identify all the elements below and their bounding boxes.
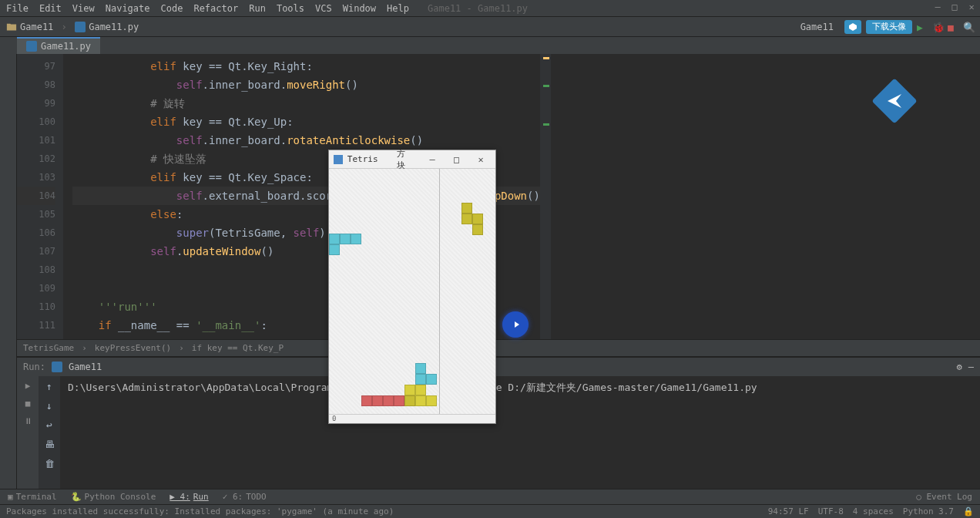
wrap-icon[interactable]: ↩ (46, 419, 52, 431)
stop-icon[interactable]: ■ (948, 22, 958, 32)
gear-icon[interactable]: ⚙ (957, 362, 962, 372)
run-icon[interactable]: ▶ (917, 22, 928, 32)
run-tool-window: Run: Game11 ⚙ — ▶ ■ ⏸ ↑ ↓ (17, 356, 980, 489)
rerun-icon[interactable]: ▶ (25, 381, 31, 391)
python-file-icon (75, 22, 86, 32)
editor-right-markers[interactable] (540, 54, 551, 339)
editor-tab-label: Game11.py (41, 41, 91, 52)
svg-rect-0 (75, 22, 86, 32)
breadcrumb-method[interactable]: keyPressEvent() (95, 343, 171, 353)
project-title: Game11 - Game11.py (428, 3, 528, 14)
app-icon (334, 155, 343, 164)
menu-window[interactable]: Window (343, 3, 376, 14)
python-console-tool[interactable]: 🐍 Python Console (71, 492, 156, 502)
breadcrumb-class[interactable]: TetrisGame (23, 343, 74, 353)
caret-position[interactable]: 94:57 LF (768, 506, 809, 516)
close-icon[interactable]: ✕ (966, 2, 977, 12)
terminal-tool[interactable]: ▣ Terminal (8, 492, 57, 502)
minimize-icon[interactable]: — (932, 2, 943, 12)
encoding-selector[interactable]: UTF-8 (818, 506, 844, 516)
tetris-play-board[interactable] (329, 169, 440, 414)
minimize-icon[interactable]: — (422, 154, 442, 165)
run-label: Run: (23, 362, 45, 372)
todo-tool[interactable]: ✓ 6: TODO (223, 492, 267, 502)
menu-vcs[interactable]: VCS (315, 3, 332, 14)
debug-icon[interactable]: 🐞 (932, 22, 943, 32)
tetris-status-bar: 0 (329, 414, 495, 423)
svg-rect-1 (26, 41, 37, 52)
run-output[interactable]: D:\Users\Administrator\AppData\Local\Pro… (60, 376, 980, 489)
toolbox-icon[interactable] (844, 20, 861, 34)
tetris-body (329, 169, 495, 414)
python-file-icon (52, 362, 62, 372)
print-icon[interactable]: 🖶 (45, 439, 55, 450)
up-icon[interactable]: ↑ (46, 381, 52, 392)
breadcrumb-file-label: Game11.py (89, 22, 139, 32)
menu-code[interactable]: Code (161, 3, 183, 14)
run-config-selector[interactable]: Game11 (794, 20, 840, 34)
tetris-titlebar[interactable]: Tetris 方块 — □ ✕ (329, 150, 495, 169)
lock-icon[interactable]: 🔒 (963, 506, 974, 516)
run-tab-name[interactable]: Game11 (69, 362, 102, 372)
code-breadcrumb: TetrisGame › keyPressEvent() › if key ==… (17, 339, 980, 356)
breadcrumb-file[interactable]: Game11.py (75, 22, 139, 32)
tetris-next-panel (440, 169, 495, 414)
line-number-gutter: 9798991001011021031041051061071081091101… (17, 54, 63, 339)
run-tool[interactable]: ▶ 4: Run (169, 492, 208, 502)
window-controls: — □ ✕ (932, 2, 977, 12)
toolbar-right: Game11 下载头像 ▶ 🐞 ■ 🔍 (794, 20, 974, 34)
stop-run-icon[interactable]: ■ (25, 399, 31, 409)
breadcrumb-project[interactable]: Game11 (6, 22, 53, 32)
breadcrumb-block[interactable]: if key == Qt.Key_P (192, 343, 284, 353)
menu-file[interactable]: File (6, 3, 29, 14)
status-bar: Packages installed successfully: Install… (0, 504, 980, 518)
interpreter-selector[interactable]: Python 3.7 (903, 506, 954, 516)
folder-icon (6, 22, 17, 32)
menu-help[interactable]: Help (387, 3, 409, 14)
toolbar: Game11 › Game11.py Game11 下载头像 ▶ 🐞 ■ 🔍 (0, 17, 980, 37)
editor-tab-game11[interactable]: Game11.py (17, 37, 100, 54)
tetris-title-right: 方块 (397, 148, 414, 171)
down-icon[interactable]: ↓ (46, 400, 52, 412)
menu-edit[interactable]: Edit (39, 3, 62, 14)
minimize-panel-icon[interactable]: — (968, 362, 974, 372)
run-header: Run: Game11 ⚙ — (17, 358, 980, 376)
python-file-icon (26, 41, 37, 52)
left-tool-stripe[interactable] (0, 54, 17, 489)
download-avatar-button[interactable]: 下载头像 (866, 20, 912, 34)
bottom-tool-strip: ▣ Terminal 🐍 Python Console ▶ 4: Run ✓ 6… (0, 489, 980, 504)
menu-run[interactable]: Run (249, 3, 266, 14)
code-editor[interactable]: 9798991001011021031041051061071081091101… (17, 54, 980, 339)
indent-selector[interactable]: 4 spaces (853, 506, 894, 516)
menu-refactor[interactable]: Refactor (193, 3, 238, 14)
cursor-indicator (502, 311, 529, 338)
tetris-game-window[interactable]: Tetris 方块 — □ ✕ 0 (328, 150, 496, 424)
event-log-tool[interactable]: ○ Event Log (916, 492, 972, 502)
menu-tools[interactable]: Tools (277, 3, 304, 14)
chevron-right-icon: › (61, 21, 67, 32)
editor-tabs: Game11.py (0, 37, 980, 54)
run-action-gutter: ▶ ■ ⏸ (17, 376, 39, 489)
breadcrumb-project-label: Game11 (20, 22, 53, 32)
search-icon[interactable]: 🔍 (963, 22, 974, 32)
run-nav-gutter: ↑ ↓ ↩ 🖶 🗑 (39, 376, 60, 489)
tetris-title-left: Tetris (347, 154, 378, 164)
trash-icon[interactable]: 🗑 (45, 458, 55, 469)
menu-view[interactable]: View (72, 3, 95, 14)
menu-bar: File Edit View Navigate Code Refactor Ru… (0, 0, 980, 17)
status-message: Packages installed successfully: Install… (6, 506, 394, 516)
svg-rect-2 (52, 362, 62, 372)
menu-navigate[interactable]: Navigate (106, 3, 150, 14)
maximize-icon[interactable]: □ (949, 2, 960, 12)
pause-icon[interactable]: ⏸ (24, 416, 32, 426)
close-icon[interactable]: ✕ (471, 154, 491, 165)
maximize-icon[interactable]: □ (447, 154, 467, 165)
